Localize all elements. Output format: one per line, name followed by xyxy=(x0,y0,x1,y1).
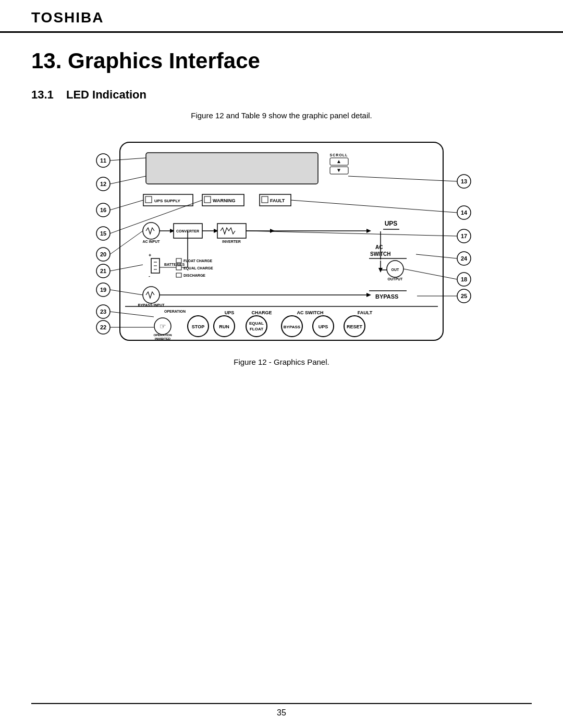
svg-text:EQUAL: EQUAL xyxy=(249,321,264,326)
svg-text:AC SWITCH: AC SWITCH xyxy=(297,310,324,315)
svg-text:23: 23 xyxy=(100,309,106,315)
section-title: 13.1 LED Indication xyxy=(31,88,532,102)
svg-text:CHARGE: CHARGE xyxy=(251,310,272,315)
svg-text:-: - xyxy=(149,274,150,279)
toshiba-logo: TOSHIBA xyxy=(31,9,532,26)
chapter-title: 13. Graphics Interface xyxy=(31,48,532,73)
svg-text:BATTERIES: BATTERIES xyxy=(164,263,185,266)
svg-text:UPS: UPS xyxy=(225,310,235,315)
svg-text:22: 22 xyxy=(100,324,106,330)
svg-text:FLOAT CHARGE: FLOAT CHARGE xyxy=(183,259,212,263)
svg-rect-91 xyxy=(176,258,181,263)
svg-text:WARNING: WARNING xyxy=(213,198,236,203)
figure-caption: Figure 12 - Graphics Panel. xyxy=(31,357,532,366)
svg-text:18: 18 xyxy=(461,276,467,282)
chapter-name: Graphics Interface xyxy=(68,48,260,73)
svg-text:▼: ▼ xyxy=(336,167,341,173)
svg-text:AC INPUT: AC INPUT xyxy=(142,240,160,243)
graphics-panel-diagram: 11 12 16 15 20 21 19 23 22 xyxy=(83,129,480,348)
svg-rect-93 xyxy=(176,266,181,270)
svg-text:16: 16 xyxy=(100,207,106,213)
section-number: 13.1 xyxy=(31,88,54,101)
chapter-number: 13. xyxy=(31,48,62,73)
svg-text:RESET: RESET xyxy=(347,324,363,329)
svg-text:15: 15 xyxy=(100,230,106,237)
svg-text:OPERATION: OPERATION xyxy=(164,310,186,313)
svg-text:☞: ☞ xyxy=(160,322,166,330)
svg-text:UPS: UPS xyxy=(385,220,398,227)
figure-intro: Figure 12 and Table 9 show the graphic p… xyxy=(31,111,532,120)
section-name: LED Indication xyxy=(66,88,146,101)
svg-text:FAULT: FAULT xyxy=(270,198,285,203)
svg-rect-95 xyxy=(176,273,181,277)
svg-text:19: 19 xyxy=(100,287,106,293)
svg-rect-31 xyxy=(146,153,318,184)
svg-text:12: 12 xyxy=(100,181,106,187)
page-footer: 35 xyxy=(31,703,532,718)
svg-text:13: 13 xyxy=(461,178,467,184)
svg-text:INHIBITED: INHIBITED xyxy=(155,337,171,340)
svg-text:OUT: OUT xyxy=(391,268,400,272)
svg-text:DISCHARGE: DISCHARGE xyxy=(183,274,205,277)
svg-text:STOP: STOP xyxy=(192,324,204,329)
svg-text:OPERATION: OPERATION xyxy=(153,334,172,337)
svg-rect-47 xyxy=(262,196,268,203)
svg-text:OUTPUT: OUTPUT xyxy=(388,277,403,281)
svg-rect-44 xyxy=(204,196,211,203)
svg-text:17: 17 xyxy=(461,233,467,239)
svg-text:21: 21 xyxy=(100,268,106,274)
svg-text:AC: AC xyxy=(375,244,383,250)
svg-text:RUN: RUN xyxy=(219,324,229,329)
svg-text:FAULT: FAULT xyxy=(358,310,373,315)
svg-text:SCROLL: SCROLL xyxy=(330,153,348,157)
svg-text:INVERTER: INVERTER xyxy=(222,240,240,243)
svg-text:25: 25 xyxy=(461,293,467,299)
svg-text:EQUAL CHARGE: EQUAL CHARGE xyxy=(183,266,213,270)
svg-text:20: 20 xyxy=(100,251,106,257)
main-content: 13. Graphics Interface 13.1 LED Indicati… xyxy=(0,33,563,398)
svg-text:BYPASS: BYPASS xyxy=(375,293,398,300)
svg-text:BYPASS: BYPASS xyxy=(284,325,301,329)
svg-text:▲: ▲ xyxy=(336,158,341,164)
svg-text:UPS SUPPLY: UPS SUPPLY xyxy=(154,199,181,203)
panel-diagram-wrapper: 11 12 16 15 20 21 19 23 22 xyxy=(31,129,532,348)
svg-text:UPS: UPS xyxy=(319,324,328,329)
svg-text:24: 24 xyxy=(461,255,468,262)
svg-text:+: + xyxy=(149,253,151,258)
svg-text:14: 14 xyxy=(461,209,468,216)
page-header: TOSHIBA xyxy=(0,0,563,33)
svg-point-120 xyxy=(246,316,267,337)
svg-text:FLOAT: FLOAT xyxy=(250,327,263,331)
page-number: 35 xyxy=(277,708,286,717)
svg-text:11: 11 xyxy=(100,157,106,164)
svg-rect-41 xyxy=(145,196,152,203)
